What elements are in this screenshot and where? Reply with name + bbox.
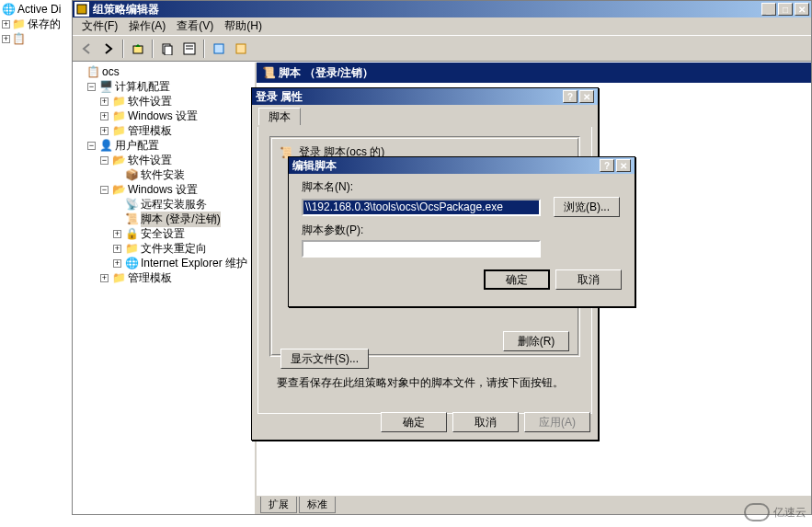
collapse-icon[interactable]: − xyxy=(100,156,109,165)
collapse-icon[interactable]: − xyxy=(87,83,96,91)
package-icon: 📦 xyxy=(124,168,139,181)
tree-admin-templates-user[interactable]: +📁管理模板 xyxy=(74,270,253,285)
details-title: 脚本 （登录/注销） xyxy=(279,65,373,81)
script-params-label: 脚本参数(P): xyxy=(302,223,635,238)
show-files-button[interactable]: 显示文件(S)... xyxy=(280,349,369,369)
expand-icon[interactable]: + xyxy=(2,20,10,29)
policy-icon: 📋 xyxy=(86,65,100,78)
delete-button[interactable]: 删除(R) xyxy=(503,331,569,351)
dialog-button-row: 确定 取消 xyxy=(289,260,635,290)
help-button[interactable]: ? xyxy=(563,90,578,103)
browse-button[interactable]: 浏览(B)... xyxy=(554,197,620,217)
separator xyxy=(203,40,205,58)
maximize-button[interactable]: □ xyxy=(778,3,793,16)
folder-icon: 📁 xyxy=(111,271,126,284)
tree-label: 文件夹重定向 xyxy=(141,241,207,257)
bg-tree-item[interactable]: + 📁 保存的 xyxy=(2,17,70,31)
expand-icon[interactable]: + xyxy=(100,97,109,106)
tree-label: 安全设置 xyxy=(141,226,185,242)
ok-button[interactable]: 确定 xyxy=(381,412,447,432)
tree-remote-install[interactable]: 📡远程安装服务 xyxy=(74,197,253,212)
lock-icon: 🔒 xyxy=(124,227,139,240)
tree-label: Windows 设置 xyxy=(128,182,198,198)
edit-script-dialog: 编辑脚本 ? ✕ 脚本名(N): \\192.168.0.3\tools\ocs… xyxy=(288,156,635,307)
tree-user-config[interactable]: −👤用户配置 xyxy=(74,138,253,153)
bg-tree-label: 保存的 xyxy=(28,17,61,32)
script-params-input[interactable] xyxy=(302,240,541,258)
bg-tree-item[interactable]: 🌐 Active Di xyxy=(2,2,70,17)
remote-icon: 📡 xyxy=(124,198,139,211)
tree-software-settings[interactable]: +📁软件设置 xyxy=(74,94,253,109)
folder-open-icon: 📂 xyxy=(111,183,126,196)
tree-computer-config[interactable]: −🖥️计算机配置 xyxy=(74,79,253,94)
details-tabs: 扩展 标准 xyxy=(257,496,811,514)
forward-button[interactable] xyxy=(98,39,119,59)
back-button[interactable] xyxy=(76,39,97,59)
tree-windows-settings[interactable]: +📁Windows 设置 xyxy=(74,109,253,123)
script-icon: 📜 xyxy=(124,212,139,225)
dialog-titlebar[interactable]: 登录 属性 ? ✕ xyxy=(252,88,598,105)
menu-action[interactable]: 操作(A) xyxy=(123,17,171,36)
bg-tree-label: Active Di xyxy=(17,3,61,16)
menu-help[interactable]: 帮助(H) xyxy=(219,17,268,36)
tree-label: 软件设置 xyxy=(128,94,172,109)
tree-folder-redirect[interactable]: +📁文件夹重定向 xyxy=(74,241,253,256)
tree-label: 软件安装 xyxy=(141,167,185,183)
menu-view[interactable]: 查看(V) xyxy=(171,17,219,36)
cancel-button[interactable]: 取消 xyxy=(452,412,519,432)
tree-software-install[interactable]: 📦软件安装 xyxy=(74,167,253,182)
svg-rect-8 xyxy=(236,44,246,53)
tree-admin-templates[interactable]: +📁管理模板 xyxy=(74,123,253,138)
help-button[interactable] xyxy=(231,39,251,59)
expand-icon[interactable]: + xyxy=(100,274,109,282)
expand-icon[interactable]: + xyxy=(113,259,121,268)
collapse-icon[interactable]: − xyxy=(100,186,109,194)
window-titlebar[interactable]: 组策略编辑器 _ □ ✕ xyxy=(73,1,811,17)
bg-tree-item[interactable]: + 📋 xyxy=(2,31,70,46)
menu-file[interactable]: 文件(F) xyxy=(76,17,123,36)
expand-icon[interactable]: + xyxy=(2,35,10,43)
close-button[interactable]: ✕ xyxy=(579,90,594,103)
window-title: 组策略编辑器 xyxy=(93,2,760,17)
help-button[interactable]: ? xyxy=(600,159,614,172)
tab-standard[interactable]: 标准 xyxy=(299,497,336,513)
svg-rect-7 xyxy=(214,44,223,53)
policy-icon: 📋 xyxy=(12,32,26,45)
cloud-icon xyxy=(744,503,770,521)
toolbar xyxy=(73,36,811,62)
ok-button[interactable]: 确定 xyxy=(484,269,550,290)
separator xyxy=(122,40,124,58)
expand-icon[interactable]: + xyxy=(113,230,121,238)
watermark: 亿速云 xyxy=(744,503,806,521)
minimize-button[interactable]: _ xyxy=(761,3,776,16)
up-button[interactable] xyxy=(128,39,148,59)
collapse-icon[interactable]: − xyxy=(87,142,96,150)
expand-icon[interactable]: + xyxy=(100,112,109,120)
tree-label: 管理模板 xyxy=(128,270,172,286)
dialog-button-row: 确定 取消 应用(A) xyxy=(252,412,590,432)
close-button[interactable]: ✕ xyxy=(795,3,809,16)
close-button[interactable]: ✕ xyxy=(616,159,631,172)
copy-button[interactable] xyxy=(157,39,177,59)
tab-extended[interactable]: 扩展 xyxy=(260,497,297,513)
tree-ie-maintenance[interactable]: +🌐Internet Explorer 维护 xyxy=(74,256,253,270)
tree-software-settings-user[interactable]: −📂软件设置 xyxy=(74,153,253,167)
cancel-button[interactable]: 取消 xyxy=(555,269,622,290)
tree-security[interactable]: +🔒安全设置 xyxy=(74,226,253,241)
app-icon xyxy=(74,2,89,17)
refresh-button[interactable] xyxy=(209,39,229,59)
expand-icon[interactable]: + xyxy=(113,245,121,253)
dialog-titlebar[interactable]: 编辑脚本 ? ✕ xyxy=(289,157,635,174)
expand-icon[interactable]: + xyxy=(100,127,109,135)
tree-panel[interactable]: 📋ocs −🖥️计算机配置 +📁软件设置 +📁Windows 设置 +📁管理模板… xyxy=(73,63,257,514)
apply-button[interactable]: 应用(A) xyxy=(524,412,590,432)
properties-button[interactable] xyxy=(179,39,200,59)
tree-windows-settings-user[interactable]: −📂Windows 设置 xyxy=(74,182,253,197)
user-icon: 👤 xyxy=(98,139,113,152)
folder-icon: 📁 xyxy=(111,95,126,108)
tree-root[interactable]: 📋ocs xyxy=(74,64,253,79)
script-name-input[interactable]: \\192.168.0.3\tools\ocs\OcsPackage.exe xyxy=(302,199,541,216)
tree-scripts[interactable]: 📜脚本 (登录/注销) xyxy=(74,212,253,226)
svg-rect-3 xyxy=(165,46,172,55)
tab-scripts[interactable]: 脚本 xyxy=(258,108,301,125)
